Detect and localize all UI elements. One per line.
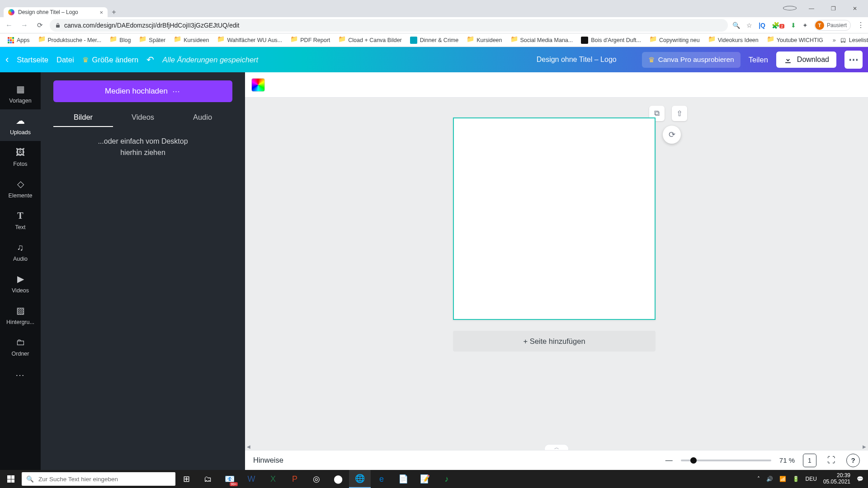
panel-tab-audio[interactable]: Audio [173, 108, 232, 127]
try-pro-button[interactable]: ♛ Canva Pro ausprobieren [642, 52, 741, 68]
bookmark-item[interactable]: Kursideen [170, 35, 212, 45]
tray-language[interactable]: DEU [806, 476, 817, 482]
rail-background[interactable]: ▨ Hintergru... [0, 299, 41, 331]
taskbar-excel[interactable]: X [262, 470, 284, 488]
chrome-menu-icon[interactable]: ⋮ [857, 21, 864, 29]
taskbar-explorer[interactable]: 🗂 [197, 470, 219, 488]
extension-savefrom-icon[interactable]: ⬇ [791, 22, 796, 29]
rail-elements[interactable]: ◇ Elemente [0, 173, 41, 204]
page-share-button[interactable]: ⇧ [672, 106, 687, 121]
bookmark-item[interactable]: Copywriting neu [646, 35, 703, 45]
taskbar-edge[interactable]: e [371, 470, 392, 488]
bookmark-item[interactable]: Videokurs Ideen [705, 35, 762, 45]
extension-ioi-icon[interactable]: |Q [759, 22, 765, 29]
rail-uploads[interactable]: ☁ Uploads [0, 109, 41, 141]
panel-tab-images[interactable]: Bilder [53, 108, 113, 127]
zoom-percent[interactable]: 71 % [779, 456, 795, 464]
bookmark-item[interactable]: Cload + Canva Bilder [335, 35, 405, 45]
rail-folders[interactable]: 🗀 Ordner [0, 331, 41, 362]
scroll-left-icon[interactable]: ◀ [247, 444, 250, 449]
task-view-button[interactable]: ⊞ [175, 470, 197, 488]
bookmarks-overflow-icon[interactable]: » [830, 37, 839, 43]
bookmark-item[interactable]: Dinner & Crime [407, 35, 462, 45]
rail-photos[interactable]: 🖼 Fotos [0, 141, 41, 173]
reload-button[interactable]: ⟳ [34, 21, 45, 29]
maximize-button[interactable]: ❐ [826, 5, 840, 12]
bookmark-item[interactable]: Wahlfächer WU Aus... [214, 35, 285, 45]
bookmark-item[interactable]: Bois d'Argent Duft... [578, 35, 644, 45]
tray-wifi-icon[interactable]: 📶 [779, 476, 786, 482]
back-home-icon[interactable]: ‹ [5, 54, 9, 66]
rail-audio[interactable]: ♫ Audio [0, 236, 41, 267]
help-button[interactable]: ? [846, 454, 860, 467]
expand-timeline-button[interactable]: ︿ [544, 444, 569, 450]
sync-fab-button[interactable]: ⟳ [663, 126, 681, 144]
bookmark-item[interactable]: Youtube WICHTIG [764, 35, 826, 45]
start-button[interactable] [0, 470, 22, 488]
zoom-slider[interactable] [681, 460, 771, 461]
zoom-minus-icon[interactable]: — [665, 456, 673, 465]
page-indicator[interactable]: 1 [803, 454, 816, 467]
reading-list-button[interactable]: 🕮 Leseliste [840, 37, 868, 43]
back-button[interactable]: ← [4, 21, 14, 29]
taskbar-app-2[interactable]: 📄 [392, 470, 414, 488]
taskbar-powerpoint[interactable]: P [284, 470, 306, 488]
fullscreen-button[interactable]: ⛶ [825, 454, 838, 467]
rail-more-button[interactable]: ⋯ [0, 362, 41, 388]
favicon-icon [8, 9, 14, 15]
design-canvas[interactable] [453, 117, 656, 320]
home-link[interactable]: Startseite [17, 56, 48, 64]
browser-tab-active[interactable]: Design ohne Titel – Logo × [4, 7, 108, 17]
bookmark-label: Dinner & Crime [420, 37, 458, 43]
apps-shortcut[interactable]: Apps [5, 36, 33, 45]
profile-chip[interactable]: T Pausiert [814, 20, 851, 31]
undo-button[interactable]: ↶ [146, 54, 154, 65]
zoom-icon[interactable]: 🔍 [732, 22, 740, 29]
taskbar-obs[interactable]: ⬤ [327, 470, 349, 488]
scroll-right-icon[interactable]: ▶ [863, 444, 866, 449]
bookmark-item[interactable]: Social Media Mana... [507, 35, 576, 45]
resize-button[interactable]: ♛ Größe ändern [82, 56, 139, 64]
taskbar-spotify[interactable]: ♪ [436, 470, 458, 488]
taskbar-app-1[interactable]: ◎ [306, 470, 327, 488]
rail-videos[interactable]: ▶ Videos [0, 267, 41, 299]
panel-tab-videos[interactable]: Videos [113, 108, 173, 127]
rail-templates[interactable]: ▦ Vorlagen [0, 78, 41, 109]
add-page-button[interactable]: + Seite hinzufügen [453, 331, 656, 352]
share-button[interactable]: Teilen [749, 56, 768, 64]
rail-text[interactable]: T Text [0, 204, 41, 236]
tray-clock[interactable]: 20:39 05.05.2021 [823, 473, 850, 485]
minimize-button[interactable]: — [805, 5, 818, 12]
bookmark-item[interactable]: Kursideen [463, 35, 505, 45]
upload-media-button[interactable]: Medien hochladen ⋯ [53, 80, 232, 102]
canvas-stage[interactable]: ⧉ ⇧ ⟳ + Seite hinzufügen ◀ ▶ ︿ [245, 98, 868, 450]
bookmark-star-icon[interactable]: ☆ [746, 22, 752, 29]
bookmark-item[interactable]: PDF Report [287, 35, 333, 45]
taskbar-word[interactable]: W [241, 470, 262, 488]
bookmark-item[interactable]: Produktsuche - Mer... [35, 35, 105, 45]
tray-notifications-icon[interactable]: 💬 [857, 476, 863, 482]
upload-dropdown-icon[interactable]: ⋯ [172, 87, 181, 96]
hints-link[interactable]: Hinweise [253, 456, 283, 465]
file-menu[interactable]: Datei [57, 56, 74, 64]
color-picker-button[interactable] [251, 78, 265, 92]
taskbar-notepad[interactable]: 📝 [414, 470, 436, 488]
bookmark-item[interactable]: Später [136, 35, 169, 45]
taskbar-chrome[interactable]: 🌐 [349, 470, 371, 488]
close-window-button[interactable]: ✕ [848, 5, 862, 12]
taskbar-mail[interactable]: 📧99+ [219, 470, 241, 488]
new-tab-button[interactable]: + [108, 7, 120, 17]
design-title-input[interactable]: Design ohne Titel – Logo [537, 56, 617, 64]
zoom-thumb[interactable] [690, 457, 697, 464]
close-tab-icon[interactable]: × [99, 9, 103, 16]
url-input[interactable]: canva.com/design/DAEdomzscjI/drBfjHdCojI… [50, 19, 728, 32]
taskbar-search-input[interactable]: 🔍 Zur Suche Text hier eingeben [22, 472, 175, 486]
bookmark-item[interactable]: Blog [106, 35, 134, 45]
download-button[interactable]: Download [776, 52, 836, 68]
more-menu-button[interactable]: ⋯ [844, 51, 863, 69]
tray-volume-icon[interactable]: 🔊 [766, 476, 773, 482]
extensions-menu-icon[interactable]: ✦ [802, 22, 808, 29]
tray-battery-icon[interactable]: 🔋 [793, 476, 799, 482]
tray-chevron-up-icon[interactable]: ˄ [757, 476, 760, 482]
extension-colorpick-icon[interactable]: 🧩2 [772, 22, 784, 29]
